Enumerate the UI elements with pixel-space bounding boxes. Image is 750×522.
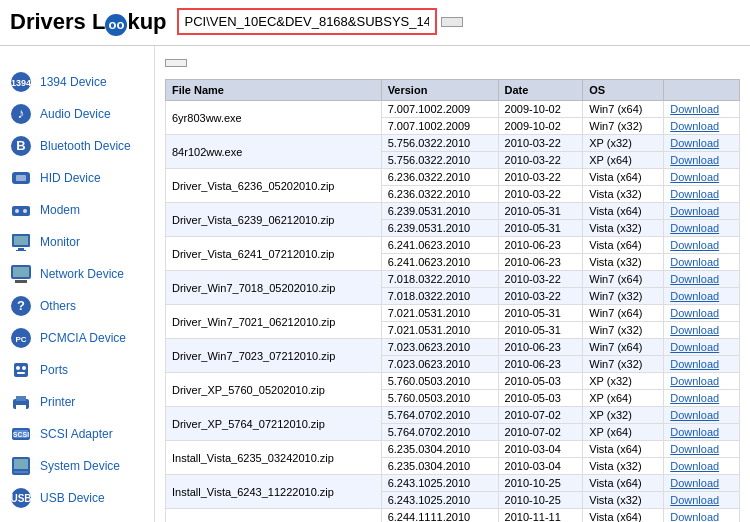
sidebar-item-bluetooth[interactable]: B Bluetooth Device bbox=[0, 130, 154, 162]
download-link[interactable]: Download bbox=[670, 341, 719, 353]
download-link[interactable]: Download bbox=[670, 137, 719, 149]
sidebar-label-ports: Ports bbox=[40, 363, 68, 377]
svg-rect-34 bbox=[14, 471, 28, 473]
col-header-filename: File Name bbox=[166, 80, 382, 101]
sidebar-item-monitor[interactable]: Monitor bbox=[0, 226, 154, 258]
cell-os: Win7 (x32) bbox=[583, 118, 664, 135]
download-link[interactable]: Download bbox=[670, 494, 719, 506]
sidebar-item-hid[interactable]: HID Device bbox=[0, 162, 154, 194]
cell-version: 5.756.0322.2010 bbox=[381, 135, 498, 152]
cell-os: XP (x32) bbox=[583, 135, 664, 152]
cell-filename: Driver_Vista_6236_05202010.zip bbox=[166, 169, 382, 203]
svg-text:B: B bbox=[16, 138, 25, 153]
cell-download: Download bbox=[664, 305, 740, 322]
printer-icon bbox=[10, 391, 32, 413]
cell-version: 7.007.1002.2009 bbox=[381, 118, 498, 135]
sidebar-item-others[interactable]: ? Others bbox=[0, 290, 154, 322]
cell-download: Download bbox=[664, 373, 740, 390]
cell-os: Vista (x64) bbox=[583, 203, 664, 220]
download-link[interactable]: Download bbox=[670, 239, 719, 251]
cell-version: 7.007.1002.2009 bbox=[381, 101, 498, 118]
sidebar-label-pcmcia: PCMCIA Device bbox=[40, 331, 126, 345]
sidebar-item-modem[interactable]: Modem bbox=[0, 194, 154, 226]
sidebar-item-1394[interactable]: 1394 1394 Device bbox=[0, 66, 154, 98]
download-link[interactable]: Download bbox=[670, 324, 719, 336]
cell-version: 6.236.0322.2010 bbox=[381, 169, 498, 186]
sidebar-item-pcmcia[interactable]: PC PCMCIA Device bbox=[0, 322, 154, 354]
svg-rect-7 bbox=[16, 175, 26, 181]
download-link[interactable]: Download bbox=[670, 171, 719, 183]
sidebar-item-printer[interactable]: Printer bbox=[0, 386, 154, 418]
driver-table: File Name Version Date OS 6yr803ww.exe7.… bbox=[165, 79, 740, 522]
sidebar-item-scsi[interactable]: SCSI SCSI Adapter bbox=[0, 418, 154, 450]
download-link[interactable]: Download bbox=[670, 273, 719, 285]
table-row: 84r102ww.exe5.756.0322.20102010-03-22XP … bbox=[166, 135, 740, 152]
download-link[interactable]: Download bbox=[670, 460, 719, 472]
svg-rect-14 bbox=[16, 250, 26, 251]
col-header-date: Date bbox=[498, 80, 583, 101]
sidebar-item-usb[interactable]: USB USB Device bbox=[0, 482, 154, 514]
cell-download: Download bbox=[664, 509, 740, 523]
cell-version: 7.021.0531.2010 bbox=[381, 305, 498, 322]
download-link[interactable]: Download bbox=[670, 222, 719, 234]
download-link[interactable]: Download bbox=[670, 103, 719, 115]
others-icon: ? bbox=[10, 295, 32, 317]
sidebar-item-system[interactable]: System Device bbox=[0, 450, 154, 482]
svg-rect-22 bbox=[14, 363, 28, 377]
cell-os: XP (x32) bbox=[583, 407, 664, 424]
cell-date: 2010-06-23 bbox=[498, 356, 583, 373]
sidebar-label-hid: HID Device bbox=[40, 171, 101, 185]
sidebar-item-video[interactable]: Video Device bbox=[0, 514, 154, 522]
cell-download: Download bbox=[664, 271, 740, 288]
cell-version: 5.760.0503.2010 bbox=[381, 373, 498, 390]
cell-filename: 84r102ww.exe bbox=[166, 135, 382, 169]
cell-filename: Install_Vista_6244_12212010.zip bbox=[166, 509, 382, 523]
download-link[interactable]: Download bbox=[670, 358, 719, 370]
search-input[interactable] bbox=[177, 8, 437, 35]
table-row: 6yr803ww.exe7.007.1002.20092009-10-02Win… bbox=[166, 101, 740, 118]
download-link[interactable]: Download bbox=[670, 290, 719, 302]
cell-os: Vista (x64) bbox=[583, 441, 664, 458]
cell-date: 2009-10-02 bbox=[498, 101, 583, 118]
monitor-icon bbox=[10, 231, 32, 253]
cell-date: 2010-07-02 bbox=[498, 407, 583, 424]
cell-date: 2010-06-23 bbox=[498, 254, 583, 271]
cell-download: Download bbox=[664, 169, 740, 186]
cell-os: Vista (x64) bbox=[583, 237, 664, 254]
download-link[interactable]: Download bbox=[670, 120, 719, 132]
cell-os: XP (x64) bbox=[583, 390, 664, 407]
download-link[interactable]: Download bbox=[670, 443, 719, 455]
cell-version: 6.235.0304.2010 bbox=[381, 441, 498, 458]
search-button[interactable] bbox=[441, 17, 463, 27]
cell-filename: Driver_Win7_7023_07212010.zip bbox=[166, 339, 382, 373]
sidebar-label-network: Network Device bbox=[40, 267, 124, 281]
download-link[interactable]: Download bbox=[670, 375, 719, 387]
sidebar-label-1394: 1394 Device bbox=[40, 75, 107, 89]
cell-version: 6.243.1025.2010 bbox=[381, 475, 498, 492]
download-link[interactable]: Download bbox=[670, 409, 719, 421]
download-link[interactable]: Download bbox=[670, 154, 719, 166]
sidebar-item-network[interactable]: Network Device bbox=[0, 258, 154, 290]
svg-point-24 bbox=[22, 366, 26, 370]
svg-rect-25 bbox=[17, 372, 25, 374]
svg-text:♪: ♪ bbox=[18, 105, 25, 121]
download-link[interactable]: Download bbox=[670, 188, 719, 200]
sidebar-label-modem: Modem bbox=[40, 203, 80, 217]
download-link[interactable]: Download bbox=[670, 426, 719, 438]
download-link[interactable]: Download bbox=[670, 205, 719, 217]
sidebar-item-audio[interactable]: ♪ Audio Device bbox=[0, 98, 154, 130]
download-link[interactable]: Download bbox=[670, 392, 719, 404]
sidebar-item-ports[interactable]: Ports bbox=[0, 354, 154, 386]
ports-icon bbox=[10, 359, 32, 381]
table-row: Driver_Vista_6239_06212010.zip6.239.0531… bbox=[166, 203, 740, 220]
download-link[interactable]: Download bbox=[670, 307, 719, 319]
download-link[interactable]: Download bbox=[670, 511, 719, 522]
cell-os: Win7 (x32) bbox=[583, 356, 664, 373]
svg-rect-8 bbox=[12, 206, 30, 216]
download-link[interactable]: Download bbox=[670, 256, 719, 268]
content-area: File Name Version Date OS 6yr803ww.exe7.… bbox=[155, 46, 750, 522]
cell-download: Download bbox=[664, 288, 740, 305]
come-back-button[interactable] bbox=[165, 59, 187, 67]
col-header-action bbox=[664, 80, 740, 101]
download-link[interactable]: Download bbox=[670, 477, 719, 489]
